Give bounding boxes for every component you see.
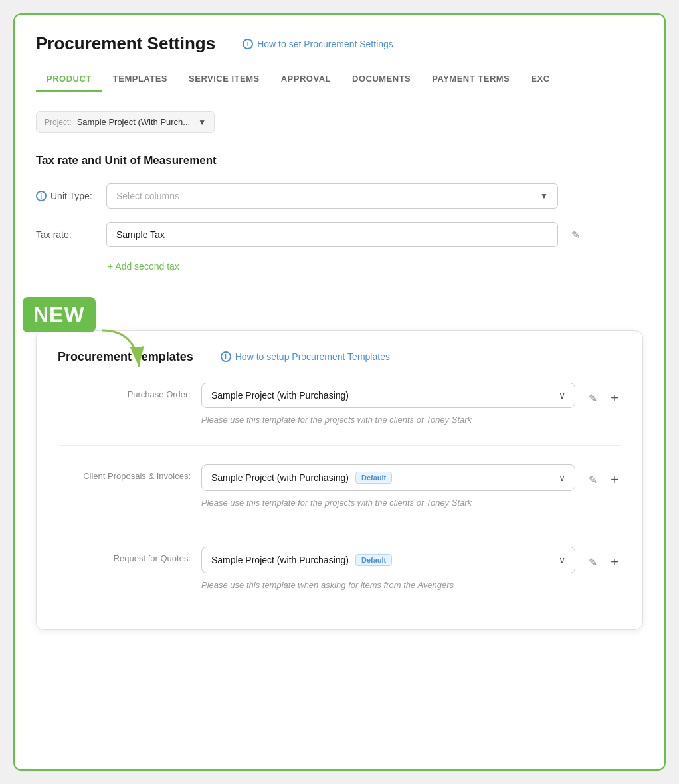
help-link-text: How to set Procurement Settings [257,39,393,49]
client-proposals-chevron: ∨ [559,472,565,483]
section-title: Tax rate and Unit of Measurement [36,154,643,167]
purchase-order-label: Purchase Order: [58,383,191,399]
request-quotes-edit-icon[interactable]: ✎ [586,553,600,571]
client-proposals-dropdown-left: Sample Project (with Purchasing) Default [211,472,392,484]
client-proposals-desc: Please use this template for the project… [201,496,575,510]
purchase-order-content: Sample Project (with Purchasing) ∨ Pleas… [201,383,575,427]
purchase-order-add-icon[interactable]: + [608,388,621,409]
tab-approval[interactable]: APPROVAL [270,67,341,92]
new-badge: NEW [23,297,96,332]
request-quotes-add-icon[interactable]: + [608,552,621,573]
request-quotes-dropdown-value: Sample Project (with Purchasing) [211,555,349,565]
new-badge-section: NEW Procurement Templates i How to setup… [36,330,643,630]
request-quotes-label: Request for Quotes: [58,547,191,563]
request-quotes-desc: Please use this template when asking for… [201,579,575,592]
request-quotes-chevron: ∨ [559,555,565,565]
purchase-order-dropdown[interactable]: Sample Project (with Purchasing) ∨ [201,383,575,408]
templates-header-divider [207,349,207,364]
tax-rate-label-text: Tax rate: [36,229,72,240]
unit-type-dropdown-arrow: ▼ [540,191,548,201]
unit-type-label-text: Unit Type: [50,191,92,201]
project-dropdown-arrow: ▼ [198,118,206,127]
templates-help-text: How to setup Procurement Templates [235,351,390,362]
request-quotes-content: Sample Project (with Purchasing) Default… [201,547,575,592]
purchase-order-edit-icon[interactable]: ✎ [586,389,600,407]
header-divider [229,35,229,53]
tabs-row: PRODUCT TEMPLATES SERVICE ITEMS APPROVAL… [36,67,643,92]
tab-templates[interactable]: TEMPLATES [102,67,178,92]
tax-rate-input[interactable]: Sample Tax [106,222,558,247]
purchase-order-dropdown-value: Sample Project (with Purchasing) [211,390,349,401]
purchase-order-row: Purchase Order: Sample Project (with Pur… [58,383,621,446]
new-arrow-icon [96,324,162,377]
unit-type-label: i Unit Type: [36,191,96,201]
templates-help-link[interactable]: i How to setup Procurement Templates [221,351,390,362]
client-proposals-dropdown[interactable]: Sample Project (with Purchasing) Default… [201,464,575,491]
request-quotes-dropdown[interactable]: Sample Project (with Purchasing) Default… [201,547,575,573]
request-quotes-default-badge: Default [355,554,392,566]
client-proposals-label: Client Proposals & Invoices: [58,464,191,481]
tab-documents[interactable]: DOCUMENTS [341,67,421,92]
purchase-order-desc: Please use this template for the project… [201,413,575,427]
page-container: Procurement Settings i How to set Procur… [13,13,666,771]
tab-service-items[interactable]: SERVICE ITEMS [178,67,270,92]
client-proposals-row: Client Proposals & Invoices: Sample Proj… [58,464,621,529]
tax-rate-value: Sample Tax [116,229,165,240]
purchase-order-actions: ✎ + [586,383,621,409]
client-proposals-actions: ✎ + [586,464,621,490]
info-icon: i [242,39,253,49]
request-quotes-row: Request for Quotes: Sample Project (with… [58,547,621,611]
header-row: Procurement Settings i How to set Procur… [36,33,643,54]
request-quotes-actions: ✎ + [586,547,621,573]
unit-type-select[interactable]: Select columns ▼ [106,183,558,209]
purchase-order-dropdown-left: Sample Project (with Purchasing) [211,390,349,401]
unit-type-placeholder: Select columns [116,191,179,201]
unit-type-row: i Unit Type: Select columns ▼ [36,183,643,209]
help-link[interactable]: i How to set Procurement Settings [242,39,393,49]
project-label-text: Project: [45,118,72,127]
add-second-tax-link[interactable]: + Add second tax [108,261,179,272]
page-title: Procurement Settings [36,33,215,54]
project-value-text: Sample Project (With Purch... [77,117,191,127]
request-quotes-dropdown-left: Sample Project (with Purchasing) Default [211,554,392,566]
project-selector[interactable]: Project: Sample Project (With Purch... ▼ [36,111,215,133]
tab-exc[interactable]: EXC [520,67,560,92]
purchase-order-chevron: ∨ [559,390,565,401]
tax-rate-label: Tax rate: [36,229,96,240]
tab-payment-terms[interactable]: PAYMENT TERMS [421,67,520,92]
tab-product[interactable]: PRODUCT [36,67,102,92]
unit-type-info-icon: i [36,191,47,201]
tax-rate-row: Tax rate: Sample Tax ✎ [36,222,643,247]
client-proposals-default-badge: Default [355,472,392,484]
client-proposals-dropdown-value: Sample Project (with Purchasing) [211,472,349,483]
client-proposals-content: Sample Project (with Purchasing) Default… [201,464,575,510]
tax-rate-edit-icon[interactable]: ✎ [569,226,583,244]
client-proposals-add-icon[interactable]: + [608,470,621,490]
project-selector-row: Project: Sample Project (With Purch... ▼ [36,111,643,133]
templates-info-icon: i [221,351,231,362]
client-proposals-edit-icon[interactable]: ✎ [586,471,600,489]
